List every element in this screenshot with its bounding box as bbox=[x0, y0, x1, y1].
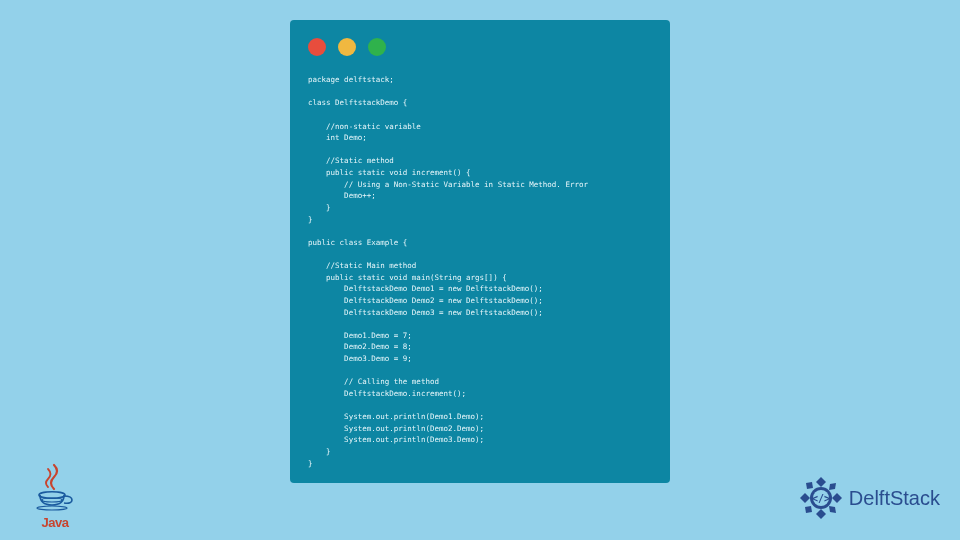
traffic-lights bbox=[308, 38, 652, 56]
minimize-icon bbox=[338, 38, 356, 56]
delftstack-logo: </> DelftStack bbox=[799, 476, 940, 520]
java-logo: Java bbox=[30, 463, 80, 530]
java-cup-icon bbox=[34, 463, 76, 511]
svg-marker-5 bbox=[800, 493, 810, 503]
svg-text:</>: </> bbox=[812, 493, 830, 504]
code-window: package delftstack; class DelftstackDemo… bbox=[290, 20, 670, 483]
code-block: package delftstack; class DelftstackDemo… bbox=[308, 74, 652, 469]
svg-marker-8 bbox=[829, 506, 836, 513]
svg-marker-6 bbox=[832, 493, 842, 503]
svg-marker-9 bbox=[829, 483, 836, 490]
delftstack-icon: </> bbox=[799, 476, 843, 520]
delftstack-logo-text: DelftStack bbox=[849, 487, 940, 510]
java-logo-text: Java bbox=[30, 515, 80, 530]
svg-point-0 bbox=[39, 492, 65, 498]
close-icon bbox=[308, 38, 326, 56]
svg-marker-7 bbox=[806, 482, 813, 489]
svg-marker-4 bbox=[816, 509, 826, 519]
maximize-icon bbox=[368, 38, 386, 56]
svg-marker-10 bbox=[805, 506, 812, 513]
svg-point-2 bbox=[37, 506, 67, 510]
svg-marker-3 bbox=[816, 477, 826, 487]
